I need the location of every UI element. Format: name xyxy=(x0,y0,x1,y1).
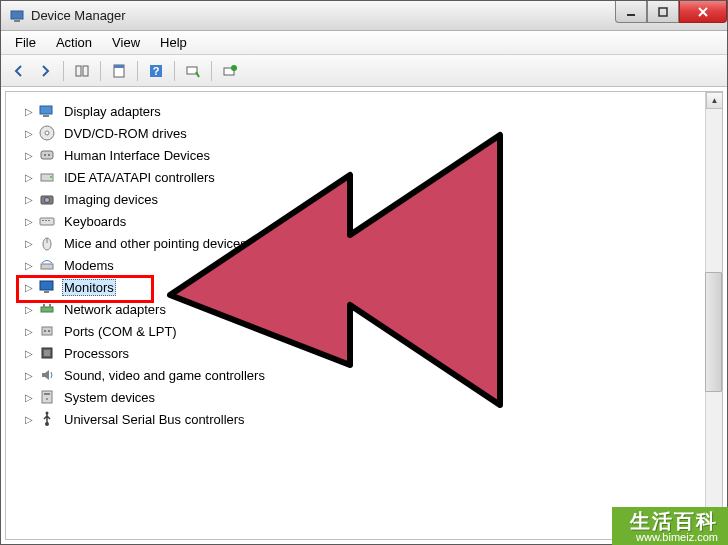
tree-item-label: Modems xyxy=(62,258,116,273)
svg-rect-3 xyxy=(659,8,667,16)
svg-rect-30 xyxy=(41,264,53,269)
titlebar[interactable]: Device Manager xyxy=(1,1,727,31)
menu-help[interactable]: Help xyxy=(150,33,197,52)
menu-action[interactable]: Action xyxy=(46,33,102,52)
tree-item-ports[interactable]: ▷Ports (COM & LPT) xyxy=(10,320,718,342)
window-controls xyxy=(615,1,727,23)
tree-item-ide[interactable]: ▷IDE ATA/ATAPI controllers xyxy=(10,166,718,188)
expand-icon[interactable]: ▷ xyxy=(24,304,34,314)
svg-rect-35 xyxy=(49,304,51,307)
svg-rect-32 xyxy=(44,291,49,293)
svg-rect-17 xyxy=(41,151,53,159)
show-hide-console-tree-button[interactable] xyxy=(70,59,94,83)
scroll-thumb[interactable] xyxy=(705,272,722,392)
toolbar: ? xyxy=(1,55,727,87)
expand-icon[interactable]: ▷ xyxy=(24,370,34,380)
toolbar-separator xyxy=(211,61,212,81)
properties-button[interactable] xyxy=(107,59,131,83)
svg-point-23 xyxy=(45,198,50,203)
tree-item-label: DVD/CD-ROM drives xyxy=(62,126,189,141)
tree-item-label: Ports (COM & LPT) xyxy=(62,324,179,339)
tree-item-keyboards[interactable]: ▷Keyboards xyxy=(10,210,718,232)
tree-item-monitors[interactable]: ▷Monitors xyxy=(10,276,718,298)
tree-item-label: IDE ATA/ATAPI controllers xyxy=(62,170,217,185)
tree-item-label: Imaging devices xyxy=(62,192,160,207)
tree-item-modems[interactable]: ▷Modems xyxy=(10,254,718,276)
camera-icon xyxy=(38,190,56,208)
menu-view[interactable]: View xyxy=(102,33,150,52)
svg-rect-14 xyxy=(43,115,49,117)
vertical-scrollbar[interactable]: ▲ ▼ xyxy=(705,92,722,539)
tree-item-label: Keyboards xyxy=(62,214,128,229)
tree-item-label: System devices xyxy=(62,390,157,405)
expand-icon[interactable]: ▷ xyxy=(24,128,34,138)
expand-icon[interactable]: ▷ xyxy=(24,106,34,116)
svg-rect-33 xyxy=(41,307,53,312)
svg-rect-2 xyxy=(627,14,635,16)
scan-hardware-button[interactable] xyxy=(181,59,205,83)
forward-button[interactable] xyxy=(33,59,57,83)
expand-icon[interactable]: ▷ xyxy=(24,194,34,204)
speaker-icon xyxy=(38,366,56,384)
app-icon xyxy=(9,8,25,24)
expand-icon[interactable]: ▷ xyxy=(24,172,34,182)
expand-icon[interactable]: ▷ xyxy=(24,392,34,402)
expand-icon[interactable]: ▷ xyxy=(24,414,34,424)
expand-icon[interactable]: ▷ xyxy=(24,238,34,248)
svg-point-38 xyxy=(48,330,50,332)
expand-icon[interactable]: ▷ xyxy=(24,348,34,358)
tree-item-label: Network adapters xyxy=(62,302,168,317)
tree-item-label: Processors xyxy=(62,346,131,361)
tree-item-display-adapters[interactable]: ▷Display adapters xyxy=(10,100,718,122)
tree-item-usb[interactable]: ▷Universal Serial Bus controllers xyxy=(10,408,718,430)
tree-item-imaging[interactable]: ▷Imaging devices xyxy=(10,188,718,210)
svg-text:?: ? xyxy=(153,65,160,77)
tree-item-system[interactable]: ▷System devices xyxy=(10,386,718,408)
expand-icon[interactable]: ▷ xyxy=(24,326,34,336)
svg-rect-5 xyxy=(83,66,88,76)
svg-rect-27 xyxy=(48,220,50,221)
tree-item-label: Universal Serial Bus controllers xyxy=(62,412,247,427)
maximize-button[interactable] xyxy=(647,1,679,23)
close-button[interactable] xyxy=(679,1,727,23)
scroll-up-button[interactable]: ▲ xyxy=(706,92,723,109)
device-tree[interactable]: ▷Display adapters▷DVD/CD-ROM drives▷Huma… xyxy=(6,92,722,539)
usb-icon xyxy=(38,410,56,428)
disc-icon xyxy=(38,124,56,142)
back-button[interactable] xyxy=(7,59,31,83)
tree-item-sound[interactable]: ▷Sound, video and game controllers xyxy=(10,364,718,386)
expand-icon[interactable]: ▷ xyxy=(24,216,34,226)
menu-file[interactable]: File xyxy=(5,33,46,52)
keyboard-icon xyxy=(38,212,56,230)
menubar: File Action View Help xyxy=(1,31,727,55)
svg-point-16 xyxy=(45,131,49,135)
svg-point-12 xyxy=(231,65,237,71)
tree-item-network[interactable]: ▷Network adapters xyxy=(10,298,718,320)
tree-item-label: Sound, video and game controllers xyxy=(62,368,267,383)
svg-rect-7 xyxy=(114,65,124,68)
expand-icon[interactable]: ▷ xyxy=(24,150,34,160)
svg-point-43 xyxy=(46,398,48,400)
svg-point-37 xyxy=(44,330,46,332)
tree-item-label: Monitors xyxy=(62,279,116,296)
window-title: Device Manager xyxy=(31,8,126,23)
svg-point-18 xyxy=(44,154,46,156)
svg-rect-0 xyxy=(11,11,23,19)
svg-point-21 xyxy=(50,176,52,178)
tree-item-hid[interactable]: ▷Human Interface Devices xyxy=(10,144,718,166)
watermark-url: www.bimeiz.com xyxy=(630,531,718,543)
tree-item-processors[interactable]: ▷Processors xyxy=(10,342,718,364)
expand-icon[interactable]: ▷ xyxy=(24,260,34,270)
tree-item-mice[interactable]: ▷Mice and other pointing devices xyxy=(10,232,718,254)
mouse-icon xyxy=(38,234,56,252)
minimize-button[interactable] xyxy=(615,1,647,23)
toolbar-separator xyxy=(137,61,138,81)
svg-point-44 xyxy=(45,422,49,426)
update-driver-button[interactable] xyxy=(218,59,242,83)
svg-rect-34 xyxy=(43,304,45,307)
expand-icon[interactable]: ▷ xyxy=(24,282,34,292)
help-button[interactable]: ? xyxy=(144,59,168,83)
watermark: 生活百科 www.bimeiz.com xyxy=(612,507,728,545)
svg-point-19 xyxy=(48,154,50,156)
tree-item-dvd-cdrom[interactable]: ▷DVD/CD-ROM drives xyxy=(10,122,718,144)
